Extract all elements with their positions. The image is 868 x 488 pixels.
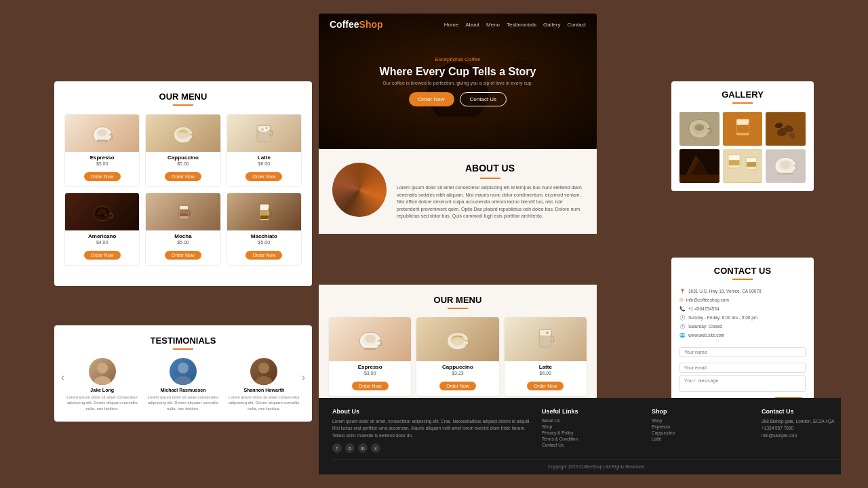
footer-shop-link-4[interactable]: Latte	[652, 436, 751, 441]
nav-about[interactable]: About	[465, 22, 479, 28]
nav-menu[interactable]: Menu	[486, 22, 500, 28]
clock-icon: 🕐	[679, 315, 686, 321]
item-price: $5.00	[227, 240, 301, 245]
menu-item-americano: Americano $4.00 Order Now	[64, 192, 140, 266]
svg-point-40	[546, 331, 549, 335]
testimonial-avatar-1	[89, 358, 116, 385]
contact-name-input[interactable]	[679, 347, 806, 357]
svg-rect-18	[180, 206, 188, 209]
svg-point-11	[265, 127, 268, 129]
menu-item-macchiato: Macchiato $5.00 Order Now	[226, 192, 302, 266]
svg-point-30	[256, 376, 272, 385]
item-order-button[interactable]: Order Now	[84, 251, 121, 260]
about-section: ABOUT US Lorem ipsum dolor sit amet cons…	[319, 149, 597, 234]
linkedin-icon[interactable]: in	[358, 443, 368, 453]
gallery-item-4[interactable]	[679, 149, 719, 183]
nav-gallery[interactable]: Gallery	[543, 22, 560, 28]
item-order-button[interactable]: Order Now	[245, 172, 282, 181]
svg-point-25	[97, 363, 108, 373]
item-order-button[interactable]: Order Now	[165, 172, 201, 181]
nav-home[interactable]: Home	[444, 22, 458, 28]
item-order-button[interactable]: Order Now	[245, 251, 282, 260]
item-price: $5.00	[146, 240, 220, 245]
contact-address: 1631 U.S. Hwy 19, Venice, CA 90078	[688, 288, 762, 294]
gallery-item-1[interactable]	[679, 112, 719, 146]
gallery-panel: GALLERY	[671, 81, 814, 191]
contact-panel: CONTACT US 📍 1631 U.S. Hwy 19, Venice, C…	[671, 258, 814, 415]
about-text-block: ABOUT US Lorem ipsum dolor sit amet cons…	[397, 163, 583, 220]
footer-link-shop[interactable]: Shop	[542, 424, 642, 429]
gallery-item-6[interactable]	[766, 149, 806, 183]
footer-link-terms[interactable]: Terms & Condition	[542, 436, 642, 441]
main-nav: CoffeeShop Home About Menu Testimonials …	[319, 14, 597, 35]
gallery-item-3[interactable]	[766, 112, 806, 146]
hero-order-button[interactable]: Order Now	[409, 92, 454, 106]
svg-point-26	[94, 376, 111, 385]
about-image	[332, 163, 387, 217]
svg-point-29	[258, 363, 269, 373]
gallery-item-5[interactable]	[723, 149, 763, 183]
testimonial-prev-arrow[interactable]: ‹	[58, 371, 68, 384]
testimonial-item-1: Jake Long Lorem ipsum dolor sit amet con…	[64, 358, 140, 411]
item-price: $3.23	[416, 371, 498, 375]
footer-about-title: About Us	[332, 408, 532, 415]
nav-testimonials[interactable]: Testimonials	[507, 22, 536, 28]
item-price: $5.00	[65, 161, 139, 166]
footer-shop-title: Shop	[652, 408, 751, 415]
hero-content: Exceptional Coffee Where Every Cup Tells…	[366, 46, 550, 117]
svg-rect-34	[364, 348, 376, 350]
nav-contact[interactable]: Contact	[567, 22, 586, 28]
hero-contact-button[interactable]: Contact Us	[460, 92, 507, 106]
testimonial-next-arrow[interactable]: ›	[298, 371, 309, 384]
item-name: Espresso	[65, 155, 139, 161]
testimonial-avatar-2	[170, 358, 197, 385]
item-order-button[interactable]: Order Now	[165, 251, 201, 260]
testimonial-avatar-3	[250, 358, 277, 385]
footer-links-title: Useful Links	[542, 408, 642, 415]
facebook-icon[interactable]: f	[332, 443, 342, 453]
left-menu-underline	[173, 104, 193, 106]
contact-email-text: info@coffeeshop.com	[686, 297, 729, 303]
twitter-icon[interactable]: x	[371, 443, 380, 453]
testimonial-text-1: Lorem ipsum dolor sit amet consectetur a…	[64, 394, 140, 411]
contact-message-input[interactable]	[679, 375, 806, 392]
item-order-button[interactable]: Order Now	[352, 382, 389, 390]
left-menu-title: OUR MENU	[64, 92, 302, 102]
logo-accent: Shop	[359, 19, 383, 30]
footer-link-privacy[interactable]: Privacy & Policy	[542, 430, 642, 435]
contact-phone-text: +1 4564734534	[688, 306, 719, 312]
item-order-button[interactable]: Order Now	[84, 172, 121, 181]
testimonial-item-2: Michael Rasmussen Lorem ipsum dolor sit …	[145, 358, 220, 411]
nav-links: Home About Menu Testimonials Gallery Con…	[444, 22, 586, 28]
contact-website-row: 🌐 www.web.site.com	[679, 332, 806, 338]
item-order-button[interactable]: Order Now	[527, 382, 564, 390]
footer-shop-col: Shop Shop Espresso Cappuccino Latte	[652, 408, 751, 453]
footer-link-about[interactable]: About Us	[542, 418, 642, 423]
item-name: Cappuccino	[416, 364, 498, 370]
center-menu-latte: Latte $6.00 Order Now	[505, 317, 587, 396]
phone-icon: 📞	[679, 306, 686, 312]
blog-icon[interactable]: b	[345, 443, 355, 453]
center-menu-cappuccino: Cappuccino $3.23 Order Now	[416, 317, 498, 396]
svg-rect-3	[97, 140, 108, 142]
hero-subtitle: Exceptional Coffee	[380, 56, 536, 62]
contact-email-input[interactable]	[679, 363, 806, 373]
about-title: ABOUT US	[397, 163, 583, 174]
footer-link-contact[interactable]: Contact Us	[542, 443, 642, 447]
gallery-item-2[interactable]	[723, 112, 763, 146]
footer-shop-link-1[interactable]: Shop	[652, 418, 751, 423]
svg-rect-71	[728, 155, 739, 160]
svg-rect-24	[260, 216, 269, 219]
testimonial-name-2: Michael Rasmussen	[145, 388, 220, 392]
contact-website-text: www.web.site.com	[688, 332, 724, 338]
contact-info: 📍 1631 U.S. Hwy 19, Venice, CA 90078 ✉ i…	[679, 288, 806, 339]
contact-hours-weekday: Sunday - Friday: 8:00 am - 5:00 pm	[688, 314, 757, 321]
item-order-button[interactable]: Order Now	[439, 382, 476, 390]
svg-rect-74	[747, 158, 756, 162]
gallery-underline	[732, 102, 753, 104]
svg-point-5	[176, 128, 190, 139]
footer-shop-link-2[interactable]: Espresso	[652, 424, 751, 429]
svg-point-36	[450, 333, 465, 346]
footer-shop-link-3[interactable]: Cappuccino	[652, 430, 751, 435]
testimonial-text-2: Lorem ipsum dolor sit amet consectetur a…	[145, 394, 220, 411]
